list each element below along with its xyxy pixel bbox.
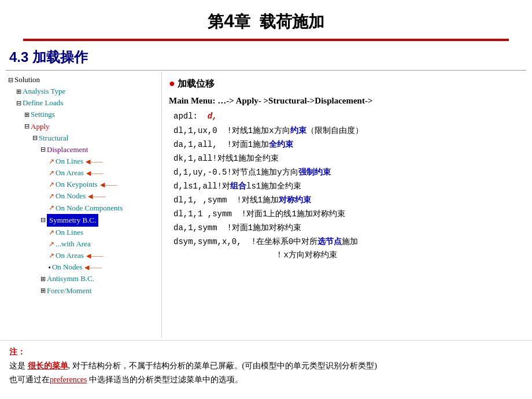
note-line-2: 也可通过在preferences 中选择适当的分析类型过滤菜单中的选项。: [9, 375, 243, 384]
right-panel: ● 加载位移 Main Menu: …-> Apply- >Structural…: [162, 72, 526, 338]
page-title: 第4章 载荷施加: [0, 10, 532, 33]
menu-path-line: Main Menu: …-> Apply- >Structural->Displ…: [169, 94, 519, 108]
minus-icon-2: ⊟: [16, 98, 21, 108]
tree-on-node-components[interactable]: ↗ On Node Components: [8, 202, 159, 214]
img-icon: ▪: [49, 263, 51, 272]
code-line-3: dk,1,all!对线1施加全约束: [173, 152, 519, 165]
tree-sym-on-lines[interactable]: ↗ On Lines: [8, 227, 159, 238]
expand-icon: ⊞: [16, 87, 21, 97]
sym-on-lines-label: On Lines: [56, 227, 83, 238]
minus-icon-4: ⊟: [32, 133, 38, 143]
arrow-icon-4: ↗: [49, 191, 54, 202]
sym-on-nodes-label: On Nodes: [52, 261, 82, 273]
tree-settings[interactable]: ⊞ Settings: [8, 109, 159, 120]
code-line-6: dl,1, ,symm !对线1施加对称约束: [173, 194, 519, 207]
tree-solution: ⊟ Solution: [8, 74, 159, 86]
solution-label: Solution: [14, 74, 40, 86]
expand-icon-2: ⊞: [24, 110, 29, 120]
code-line-7: dl,1,1 ,symm !对面1上的线1施加对称约束: [173, 208, 519, 221]
thin-divider: [6, 70, 526, 71]
tree-force-moment[interactable]: ⊞ Force/Moment: [8, 285, 159, 297]
tree-sym-on-nodes[interactable]: ▪ On Nodes ◀——: [8, 261, 159, 273]
tree-antisymm-bc[interactable]: ⊞ Antisymm B.C.: [8, 273, 159, 285]
main-topic-title: 加载位移: [178, 76, 215, 91]
tree-displacement[interactable]: ⊟ Displacement: [8, 144, 159, 156]
minus-icon-3: ⊟: [24, 121, 29, 131]
displacement-label: Displacement: [47, 144, 88, 156]
force-moment-label: Force/Moment: [47, 285, 91, 297]
on-lines-label: On Lines: [56, 156, 83, 167]
analysis-type-label: Analysis Type: [23, 86, 65, 97]
code-line-9: dsym,symm,x,0, !在坐标系0中对所选节点施加 ！x方向对称约束: [173, 235, 519, 262]
menu-tree: ⊟ Solution ⊞ Analysis Type ⊟ Define Load…: [6, 72, 162, 338]
symmetry-bc-label: Symmetry B.C.: [47, 214, 98, 227]
code-line-8: da,1,symm !对面1施加对称约束: [173, 221, 519, 235]
arrow-icon-8: ↗: [49, 250, 54, 261]
minus-icon-6: ⊟: [40, 215, 46, 225]
tree-on-lines[interactable]: ↗ On Lines ◀——: [8, 156, 159, 167]
code-line-1: dl,1,ux,0 !对线1施加x方向约束（限制自由度）: [173, 124, 519, 138]
on-node-components-label: On Node Components: [56, 202, 123, 214]
tree-on-nodes[interactable]: ↗ On Nodes ◀——: [8, 190, 159, 202]
settings-label: Settings: [31, 109, 55, 120]
arrow-icon-2: ↗: [49, 168, 54, 179]
arrow-icon-7: ↗: [49, 239, 54, 250]
code-line-4: d,1,uy,-0.5!对节点1施加y方向强制约束: [173, 166, 519, 179]
section-title: 4.3 加载操作: [0, 46, 532, 70]
page-container: 第4章 载荷施加 4.3 加载操作 ⊟ Solution ⊞ Analysis …: [0, 0, 532, 399]
on-keypoints-label: On Keypoints: [56, 179, 98, 190]
sym-on-areas-label: On Areas: [56, 250, 84, 261]
sym-with-area-label: ...with Area: [56, 238, 91, 250]
tree-on-areas[interactable]: ↗ On Areas ◀——: [8, 167, 159, 179]
preferences-link[interactable]: preferences: [50, 375, 87, 384]
code-line-2: da,1,all, !对面1施加全约束: [173, 138, 519, 152]
on-nodes-label: On Nodes: [56, 190, 86, 202]
note-title: 注：: [9, 348, 25, 356]
main-content: ⊟ Solution ⊞ Analysis Type ⊟ Define Load…: [0, 72, 532, 338]
arrow-icon-1: ↗: [49, 156, 54, 167]
red-divider: [23, 39, 509, 41]
chapter-num: 4: [224, 10, 234, 31]
tree-sym-on-areas[interactable]: ↗ On Areas ◀——: [8, 250, 159, 261]
tree-define-loads[interactable]: ⊟ Define Loads: [8, 97, 159, 109]
arrow-icon-6: ↗: [49, 227, 54, 238]
code-line-5: d,ls1,all!对组合ls1施加全约束: [173, 180, 519, 193]
apdl-code: d,: [208, 112, 217, 121]
define-loads-label: Define Loads: [23, 97, 63, 109]
tree-analysis-type[interactable]: ⊞ Analysis Type: [8, 86, 159, 97]
apply-label: Apply: [31, 121, 50, 132]
tree-on-keypoints[interactable]: ↗ On Keypoints ◀——: [8, 179, 159, 190]
antisymm-bc-label: Antisymm B.C.: [47, 273, 94, 285]
tree-structural[interactable]: ⊟ Structural: [8, 132, 159, 144]
tree-sym-with-area[interactable]: ↗ ...with Area: [8, 238, 159, 250]
arrow-icon-3: ↗: [49, 179, 54, 190]
minus-icon: ⊟: [8, 75, 13, 85]
arrow-icon-5: ↗: [49, 202, 54, 213]
expand-icon-3: ⊞: [40, 274, 46, 284]
minus-icon-5: ⊟: [40, 145, 46, 154]
expand-icon-4: ⊞: [40, 286, 46, 295]
header: 第4章 载荷施加: [0, 0, 532, 36]
bold-keyword: 很长的菜单: [28, 361, 68, 370]
tree-symmetry-bc[interactable]: ⊟ Symmetry B.C.: [8, 214, 159, 227]
on-areas-label: On Areas: [56, 167, 84, 179]
structural-label: Structural: [39, 132, 68, 144]
note-line-1: 这是 很长的菜单, 对于结构分析，不属于结构分析的菜单已屏蔽。(可由模型中的单元…: [9, 361, 377, 370]
apdl-line: apdl: d,: [173, 110, 519, 123]
tree-apply[interactable]: ⊟ Apply: [8, 121, 159, 132]
bullet-icon: ●: [169, 75, 175, 93]
note-section: 注： 这是 很长的菜单, 对于结构分析，不属于结构分析的菜单已屏蔽。(可由模型中…: [0, 340, 532, 390]
